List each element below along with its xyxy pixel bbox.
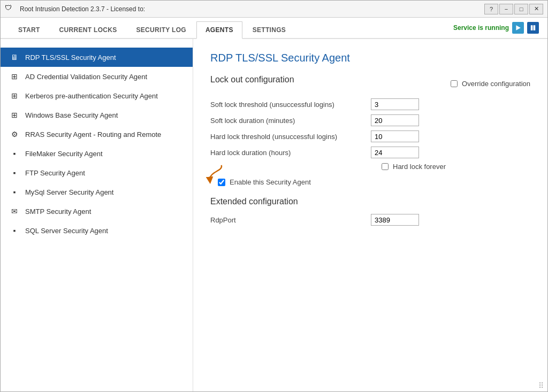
soft-lock-threshold-row: Soft lock threshold (unsuccessful logins… — [210, 98, 530, 110]
square-icon-ftp: ▪ — [9, 167, 20, 178]
sidebar-item-rdp-tls-label: RDP TLS/SSL Security Agent — [25, 53, 116, 62]
override-config-label[interactable]: Override configuration — [462, 80, 530, 88]
soft-lock-duration-label: Soft lock duration (minutes) — [210, 117, 371, 125]
sidebar-item-windows-base[interactable]: ⊞ Windows Base Security Agent — [1, 105, 193, 125]
extended-heading: Extended configuration — [210, 197, 530, 206]
sidebar-item-rras-label: RRAS Security Agent - Routing and Remote — [25, 130, 161, 139]
right-panel: RDP TLS/SSL Security Agent Lock out conf… — [193, 39, 547, 392]
rdp-port-row: RdpPort — [210, 214, 530, 226]
close-button[interactable]: ✕ — [529, 4, 543, 14]
square-icon-filemaker: ▪ — [9, 148, 20, 159]
service-status: Service is running — [453, 22, 539, 38]
sidebar-item-kerberos-label: Kerberos pre-authentication Security Age… — [25, 92, 158, 100]
sidebar-item-mysql-label: MySql Server Security Agent — [25, 188, 113, 196]
soft-lock-threshold-label: Soft lock threshold (unsuccessful logins… — [210, 101, 371, 109]
hard-lock-forever-checkbox[interactable] — [382, 163, 389, 170]
resize-handle[interactable]: ⠿ — [538, 381, 544, 390]
sidebar-item-ad-credential[interactable]: ⊞ AD Credential Validation Security Agen… — [1, 67, 193, 86]
sidebar-item-smtp[interactable]: ✉ SMTP Security Agent — [1, 202, 193, 221]
panel-title: RDP TLS/SSL Security Agent — [210, 52, 530, 64]
menu-bar: START CURRENT LOCKS SECURITY LOG AGENTS … — [1, 18, 547, 39]
enable-agent-row: Enable this Security Agent — [210, 178, 530, 186]
rdp-port-input[interactable] — [371, 214, 419, 226]
service-status-text: Service is running — [453, 24, 509, 32]
windows-icon-ad: ⊞ — [9, 71, 20, 82]
extended-config-section: Extended configuration RdpPort — [210, 197, 530, 226]
gear-icon-rras: ⚙ — [9, 129, 20, 140]
sidebar-item-smtp-label: SMTP Security Agent — [25, 207, 91, 216]
minimize-button[interactable]: − — [499, 4, 513, 14]
sidebar-item-rras[interactable]: ⚙ RRAS Security Agent - Routing and Remo… — [1, 125, 193, 144]
soft-lock-threshold-input[interactable] — [371, 98, 419, 110]
soft-lock-duration-row: Soft lock duration (minutes) — [210, 114, 530, 126]
hard-lock-threshold-input[interactable] — [371, 130, 419, 142]
tab-settings[interactable]: SETTINGS — [243, 21, 295, 38]
main-content: 🖥 RDP TLS/SSL Security Agent ⊞ AD Creden… — [1, 39, 547, 392]
service-pause-button[interactable] — [527, 22, 539, 34]
app-icon: 🛡 — [5, 4, 16, 14]
svg-marker-0 — [516, 25, 520, 30]
sidebar-item-sql-label: SQL Server Security Agent — [25, 227, 108, 235]
title-bar: 🛡 Root Intrusion Detection 2.3.7 - Licen… — [1, 1, 547, 18]
sidebar-item-windows-base-label: Windows Base Security Agent — [25, 111, 118, 119]
hard-lock-duration-input[interactable] — [371, 147, 419, 158]
tab-security-log[interactable]: SECURITY LOG — [127, 21, 195, 38]
window-title: Root Intrusion Detection 2.3.7 - License… — [20, 5, 145, 13]
sidebar-item-ftp[interactable]: ▪ FTP Security Agent — [1, 163, 193, 182]
enable-agent-label[interactable]: Enable this Security Agent — [230, 178, 311, 186]
sidebar-item-rdp-tls[interactable]: 🖥 RDP TLS/SSL Security Agent — [1, 48, 193, 67]
rdp-port-label: RdpPort — [210, 216, 371, 224]
override-config-area: Override configuration — [451, 80, 530, 88]
svg-rect-2 — [534, 25, 536, 30]
envelope-icon-smtp: ✉ — [9, 206, 20, 217]
pause-icon — [530, 25, 536, 31]
hard-lock-threshold-row: Hard lock threshold (unsuccessful logins… — [210, 130, 530, 142]
maximize-button[interactable]: □ — [514, 4, 528, 14]
svg-rect-1 — [531, 25, 533, 30]
monitor-icon: 🖥 — [9, 52, 20, 63]
arrow-indicator-icon — [205, 163, 230, 188]
sidebar-item-kerberos[interactable]: ⊞ Kerberos pre-authentication Security A… — [1, 86, 193, 105]
sidebar: 🖥 RDP TLS/SSL Security Agent ⊞ AD Creden… — [1, 39, 193, 392]
square-icon-sql: ▪ — [9, 225, 20, 236]
sidebar-item-filemaker-label: FileMaker Security Agent — [25, 150, 103, 158]
sidebar-item-ad-label: AD Credential Validation Security Agent — [25, 73, 147, 81]
tab-bar: START CURRENT LOCKS SECURITY LOG AGENTS … — [9, 21, 296, 38]
service-play-button[interactable] — [512, 22, 524, 34]
help-button[interactable]: ? — [484, 4, 498, 14]
windows-icon-base: ⊞ — [9, 110, 20, 120]
sidebar-item-sql-server[interactable]: ▪ SQL Server Security Agent — [1, 221, 193, 240]
override-config-checkbox[interactable] — [451, 80, 458, 87]
tab-agents[interactable]: AGENTS — [196, 21, 242, 39]
lockout-header: Lock out configuration Override configur… — [210, 75, 530, 92]
lockout-heading: Lock out configuration — [210, 75, 294, 84]
windows-icon-kerberos: ⊞ — [9, 90, 20, 101]
play-icon — [515, 25, 521, 31]
window-controls: ? − □ ✕ — [484, 4, 543, 14]
sidebar-item-filemaker[interactable]: ▪ FileMaker Security Agent — [1, 144, 193, 163]
soft-lock-duration-input[interactable] — [371, 114, 419, 126]
hard-lock-threshold-label: Hard lock threshold (unsuccessful logins… — [210, 133, 371, 141]
tab-start[interactable]: START — [9, 21, 49, 38]
square-icon-mysql: ▪ — [9, 187, 20, 197]
tab-current-locks[interactable]: CURRENT LOCKS — [50, 21, 126, 38]
hard-lock-forever-row: Hard lock forever — [382, 163, 530, 171]
hard-lock-forever-label[interactable]: Hard lock forever — [393, 163, 446, 171]
sidebar-item-mysql[interactable]: ▪ MySql Server Security Agent — [1, 182, 193, 202]
hard-lock-duration-row: Hard lock duration (hours) — [210, 147, 530, 158]
hard-lock-duration-label: Hard lock duration (hours) — [210, 149, 371, 157]
sidebar-item-ftp-label: FTP Security Agent — [25, 169, 85, 177]
